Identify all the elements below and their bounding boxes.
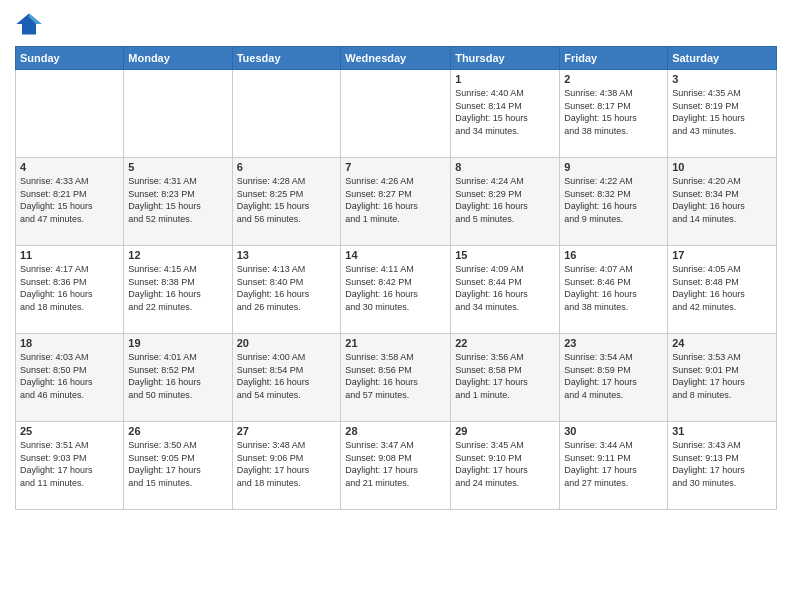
weekday-header-sunday: Sunday	[16, 47, 124, 70]
calendar-cell: 23Sunrise: 3:54 AM Sunset: 8:59 PM Dayli…	[560, 334, 668, 422]
calendar-cell: 12Sunrise: 4:15 AM Sunset: 8:38 PM Dayli…	[124, 246, 232, 334]
day-number: 27	[237, 425, 337, 437]
day-info: Sunrise: 3:56 AM Sunset: 8:58 PM Dayligh…	[455, 351, 555, 401]
day-info: Sunrise: 4:01 AM Sunset: 8:52 PM Dayligh…	[128, 351, 227, 401]
day-number: 11	[20, 249, 119, 261]
calendar-cell: 8Sunrise: 4:24 AM Sunset: 8:29 PM Daylig…	[451, 158, 560, 246]
week-row-4: 25Sunrise: 3:51 AM Sunset: 9:03 PM Dayli…	[16, 422, 777, 510]
day-number: 31	[672, 425, 772, 437]
day-number: 8	[455, 161, 555, 173]
logo-icon	[15, 10, 43, 38]
day-number: 26	[128, 425, 227, 437]
day-number: 16	[564, 249, 663, 261]
calendar-cell: 25Sunrise: 3:51 AM Sunset: 9:03 PM Dayli…	[16, 422, 124, 510]
calendar-cell: 13Sunrise: 4:13 AM Sunset: 8:40 PM Dayli…	[232, 246, 341, 334]
calendar-cell: 29Sunrise: 3:45 AM Sunset: 9:10 PM Dayli…	[451, 422, 560, 510]
calendar-cell: 15Sunrise: 4:09 AM Sunset: 8:44 PM Dayli…	[451, 246, 560, 334]
day-info: Sunrise: 4:24 AM Sunset: 8:29 PM Dayligh…	[455, 175, 555, 225]
day-info: Sunrise: 4:13 AM Sunset: 8:40 PM Dayligh…	[237, 263, 337, 313]
calendar-cell: 27Sunrise: 3:48 AM Sunset: 9:06 PM Dayli…	[232, 422, 341, 510]
day-number: 9	[564, 161, 663, 173]
weekday-header-saturday: Saturday	[668, 47, 777, 70]
weekday-header-monday: Monday	[124, 47, 232, 70]
calendar-cell: 21Sunrise: 3:58 AM Sunset: 8:56 PM Dayli…	[341, 334, 451, 422]
day-info: Sunrise: 4:38 AM Sunset: 8:17 PM Dayligh…	[564, 87, 663, 137]
calendar-cell: 28Sunrise: 3:47 AM Sunset: 9:08 PM Dayli…	[341, 422, 451, 510]
calendar-cell: 5Sunrise: 4:31 AM Sunset: 8:23 PM Daylig…	[124, 158, 232, 246]
calendar-cell: 11Sunrise: 4:17 AM Sunset: 8:36 PM Dayli…	[16, 246, 124, 334]
day-info: Sunrise: 4:07 AM Sunset: 8:46 PM Dayligh…	[564, 263, 663, 313]
calendar-cell: 2Sunrise: 4:38 AM Sunset: 8:17 PM Daylig…	[560, 70, 668, 158]
day-number: 2	[564, 73, 663, 85]
calendar-cell: 14Sunrise: 4:11 AM Sunset: 8:42 PM Dayli…	[341, 246, 451, 334]
calendar-cell: 7Sunrise: 4:26 AM Sunset: 8:27 PM Daylig…	[341, 158, 451, 246]
day-number: 6	[237, 161, 337, 173]
day-number: 30	[564, 425, 663, 437]
week-row-3: 18Sunrise: 4:03 AM Sunset: 8:50 PM Dayli…	[16, 334, 777, 422]
day-info: Sunrise: 4:03 AM Sunset: 8:50 PM Dayligh…	[20, 351, 119, 401]
day-number: 19	[128, 337, 227, 349]
day-number: 14	[345, 249, 446, 261]
calendar-cell: 20Sunrise: 4:00 AM Sunset: 8:54 PM Dayli…	[232, 334, 341, 422]
week-row-0: 1Sunrise: 4:40 AM Sunset: 8:14 PM Daylig…	[16, 70, 777, 158]
day-info: Sunrise: 4:33 AM Sunset: 8:21 PM Dayligh…	[20, 175, 119, 225]
calendar-cell	[16, 70, 124, 158]
day-number: 13	[237, 249, 337, 261]
weekday-header-tuesday: Tuesday	[232, 47, 341, 70]
weekday-header-thursday: Thursday	[451, 47, 560, 70]
page: SundayMondayTuesdayWednesdayThursdayFrid…	[0, 0, 792, 612]
day-info: Sunrise: 4:35 AM Sunset: 8:19 PM Dayligh…	[672, 87, 772, 137]
day-number: 23	[564, 337, 663, 349]
logo	[15, 10, 45, 38]
day-number: 15	[455, 249, 555, 261]
day-number: 7	[345, 161, 446, 173]
calendar-cell: 16Sunrise: 4:07 AM Sunset: 8:46 PM Dayli…	[560, 246, 668, 334]
day-number: 29	[455, 425, 555, 437]
day-info: Sunrise: 4:20 AM Sunset: 8:34 PM Dayligh…	[672, 175, 772, 225]
day-info: Sunrise: 4:26 AM Sunset: 8:27 PM Dayligh…	[345, 175, 446, 225]
day-number: 17	[672, 249, 772, 261]
day-info: Sunrise: 4:28 AM Sunset: 8:25 PM Dayligh…	[237, 175, 337, 225]
calendar-cell: 6Sunrise: 4:28 AM Sunset: 8:25 PM Daylig…	[232, 158, 341, 246]
calendar-cell: 4Sunrise: 4:33 AM Sunset: 8:21 PM Daylig…	[16, 158, 124, 246]
calendar-cell: 26Sunrise: 3:50 AM Sunset: 9:05 PM Dayli…	[124, 422, 232, 510]
day-number: 10	[672, 161, 772, 173]
calendar-cell: 9Sunrise: 4:22 AM Sunset: 8:32 PM Daylig…	[560, 158, 668, 246]
week-row-2: 11Sunrise: 4:17 AM Sunset: 8:36 PM Dayli…	[16, 246, 777, 334]
day-info: Sunrise: 3:50 AM Sunset: 9:05 PM Dayligh…	[128, 439, 227, 489]
day-number: 4	[20, 161, 119, 173]
day-info: Sunrise: 4:31 AM Sunset: 8:23 PM Dayligh…	[128, 175, 227, 225]
day-info: Sunrise: 3:58 AM Sunset: 8:56 PM Dayligh…	[345, 351, 446, 401]
day-info: Sunrise: 4:05 AM Sunset: 8:48 PM Dayligh…	[672, 263, 772, 313]
calendar-table: SundayMondayTuesdayWednesdayThursdayFrid…	[15, 46, 777, 510]
day-number: 5	[128, 161, 227, 173]
calendar-cell: 1Sunrise: 4:40 AM Sunset: 8:14 PM Daylig…	[451, 70, 560, 158]
day-info: Sunrise: 3:43 AM Sunset: 9:13 PM Dayligh…	[672, 439, 772, 489]
day-info: Sunrise: 4:00 AM Sunset: 8:54 PM Dayligh…	[237, 351, 337, 401]
day-number: 25	[20, 425, 119, 437]
calendar-cell: 19Sunrise: 4:01 AM Sunset: 8:52 PM Dayli…	[124, 334, 232, 422]
day-number: 22	[455, 337, 555, 349]
weekday-header-row: SundayMondayTuesdayWednesdayThursdayFrid…	[16, 47, 777, 70]
day-info: Sunrise: 3:47 AM Sunset: 9:08 PM Dayligh…	[345, 439, 446, 489]
day-number: 28	[345, 425, 446, 437]
day-info: Sunrise: 4:15 AM Sunset: 8:38 PM Dayligh…	[128, 263, 227, 313]
calendar-cell	[341, 70, 451, 158]
day-info: Sunrise: 4:40 AM Sunset: 8:14 PM Dayligh…	[455, 87, 555, 137]
day-number: 3	[672, 73, 772, 85]
day-info: Sunrise: 3:54 AM Sunset: 8:59 PM Dayligh…	[564, 351, 663, 401]
weekday-header-wednesday: Wednesday	[341, 47, 451, 70]
calendar-cell: 18Sunrise: 4:03 AM Sunset: 8:50 PM Dayli…	[16, 334, 124, 422]
week-row-1: 4Sunrise: 4:33 AM Sunset: 8:21 PM Daylig…	[16, 158, 777, 246]
calendar-cell: 22Sunrise: 3:56 AM Sunset: 8:58 PM Dayli…	[451, 334, 560, 422]
day-number: 21	[345, 337, 446, 349]
calendar-cell: 17Sunrise: 4:05 AM Sunset: 8:48 PM Dayli…	[668, 246, 777, 334]
day-number: 20	[237, 337, 337, 349]
calendar-cell: 30Sunrise: 3:44 AM Sunset: 9:11 PM Dayli…	[560, 422, 668, 510]
day-number: 18	[20, 337, 119, 349]
calendar-cell	[232, 70, 341, 158]
calendar-cell: 3Sunrise: 4:35 AM Sunset: 8:19 PM Daylig…	[668, 70, 777, 158]
day-info: Sunrise: 3:48 AM Sunset: 9:06 PM Dayligh…	[237, 439, 337, 489]
day-number: 24	[672, 337, 772, 349]
header	[15, 10, 777, 38]
